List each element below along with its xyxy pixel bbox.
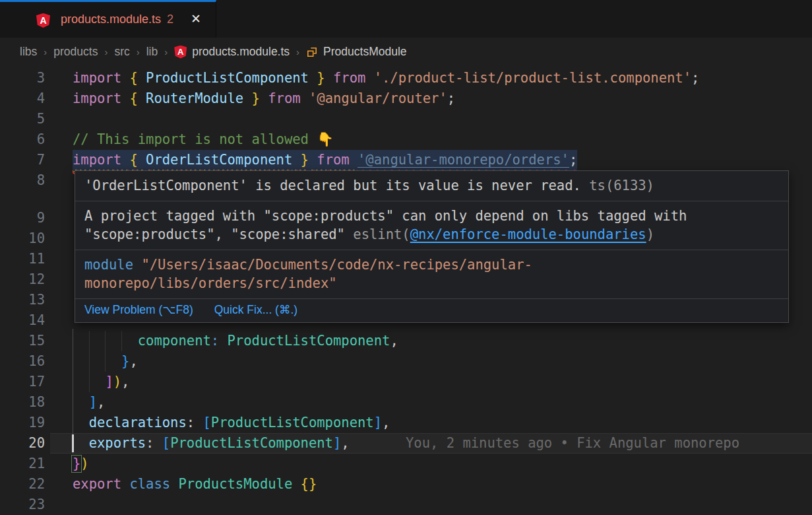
code-text: ], bbox=[73, 392, 105, 413]
hover-token: ts(6133) bbox=[581, 178, 654, 193]
class-symbol-icon bbox=[306, 46, 318, 58]
code-token: declarations bbox=[89, 415, 187, 430]
breadcrumb-symbol-label: ProductsModule bbox=[323, 45, 406, 59]
code-line-22[interactable]: 22export class ProductsModule {} bbox=[0, 474, 812, 495]
code-token bbox=[73, 394, 89, 410]
code-text: // This import is not allowed 👇 bbox=[73, 129, 334, 150]
code-token: [ bbox=[162, 435, 170, 451]
line-number[interactable]: 7 bbox=[0, 150, 45, 170]
hover-token: "scope:products", "scope:shared" bbox=[84, 226, 353, 242]
code-line-7[interactable]: 7import { OrderListComponent } from '@an… bbox=[0, 150, 812, 170]
code-token: OrderListComponent bbox=[146, 152, 292, 168]
code-token: from bbox=[260, 90, 309, 106]
line-number[interactable]: 22 bbox=[0, 474, 45, 495]
code-line-23[interactable]: 23 bbox=[0, 495, 812, 515]
code-text: import { ProductListComponent } from './… bbox=[73, 68, 699, 88]
code-text: ]), bbox=[73, 372, 129, 392]
line-number[interactable]: 19 bbox=[0, 413, 45, 433]
line-number[interactable]: 8 bbox=[0, 170, 45, 191]
code-line-3[interactable]: 3import { ProductListComponent } from '.… bbox=[0, 68, 812, 88]
line-number[interactable]: 6 bbox=[0, 129, 45, 150]
line-number[interactable]: 16 bbox=[0, 351, 45, 372]
hover-line: A project tagged with "scope:products" c… bbox=[84, 207, 779, 226]
code-token: } bbox=[243, 90, 260, 106]
code-line-16[interactable]: 16 }, bbox=[0, 351, 812, 372]
breadcrumb-item-symbol[interactable]: ProductsModule bbox=[306, 45, 406, 59]
hover-section-module-path: module "/Users/isaac/Documents/code/nx-r… bbox=[75, 250, 788, 299]
code-token: , bbox=[129, 353, 137, 369]
code-token: } bbox=[292, 152, 309, 168]
line-number[interactable]: 4 bbox=[0, 88, 45, 109]
code-line-20[interactable]: 20 exports: [ProductListComponent],You, … bbox=[0, 433, 812, 454]
code-token: : bbox=[211, 333, 219, 349]
line-number[interactable]: 20 bbox=[0, 433, 45, 454]
code-line-4[interactable]: 4import { RouterModule } from '@angular/… bbox=[0, 88, 812, 109]
code-token: import bbox=[73, 70, 129, 86]
line-number[interactable]: 23 bbox=[0, 495, 45, 515]
line-number[interactable]: 14 bbox=[0, 310, 45, 331]
code-token: '@angular-monorepo/orders' bbox=[358, 152, 569, 168]
angular-icon: A bbox=[174, 46, 187, 59]
code-token bbox=[73, 415, 89, 430]
hover-token: ) bbox=[646, 226, 654, 242]
code-token: import bbox=[73, 152, 129, 168]
code-token: './product-list/product-list.component' bbox=[374, 70, 691, 86]
code-token: , bbox=[382, 415, 390, 430]
code-token: { bbox=[129, 90, 146, 106]
breadcrumb-separator-icon: › bbox=[164, 46, 168, 57]
code-line-15[interactable]: 15 component: ProductListComponent, bbox=[0, 331, 812, 351]
code-token: {} bbox=[301, 476, 317, 492]
code-token: 👇 bbox=[317, 131, 334, 147]
bracket-match-box bbox=[71, 455, 82, 473]
hover-token: monorepo/libs/orders/src/index" bbox=[84, 275, 337, 291]
code-token: ; bbox=[569, 152, 577, 168]
hover-line: monorepo/libs/orders/src/index" bbox=[84, 274, 779, 293]
code-token bbox=[219, 333, 227, 349]
code-line-19[interactable]: 19 declarations: [ProductListComponent], bbox=[0, 413, 812, 433]
text-cursor bbox=[72, 434, 74, 452]
line-number[interactable]: 12 bbox=[0, 269, 45, 290]
code-text: declarations: [ProductListComponent], bbox=[73, 413, 390, 433]
breadcrumb-item-lib[interactable]: lib bbox=[146, 45, 158, 59]
line-number[interactable]: 21 bbox=[0, 454, 45, 474]
code-line-6[interactable]: 6// This import is not allowed 👇 bbox=[0, 129, 812, 150]
tab-bar: A products.module.ts2 ✕ bbox=[0, 0, 812, 38]
breadcrumb-item-libs[interactable]: libs bbox=[20, 45, 37, 59]
code-line-21[interactable]: 21}) bbox=[0, 454, 812, 474]
code-token: from bbox=[309, 152, 358, 168]
breadcrumb-item-file[interactable]: Aproducts.module.ts bbox=[174, 45, 290, 59]
code-token: , bbox=[341, 435, 349, 451]
line-number[interactable]: 10 bbox=[0, 228, 45, 249]
line-number[interactable]: 15 bbox=[0, 331, 45, 351]
code-token: ProductListComponent bbox=[211, 415, 374, 430]
hover-line: module "/Users/isaac/Documents/code/nx-r… bbox=[84, 256, 779, 275]
breadcrumb-item-products[interactable]: products bbox=[53, 45, 98, 59]
close-icon[interactable]: ✕ bbox=[191, 11, 201, 26]
editor[interactable]: 3import { ProductListComponent } from '.… bbox=[0, 66, 812, 515]
breadcrumb-item-src[interactable]: src bbox=[114, 45, 129, 59]
line-number[interactable]: 5 bbox=[0, 109, 45, 129]
code-text: export class ProductsModule {} bbox=[73, 474, 317, 495]
line-number[interactable]: 11 bbox=[0, 249, 45, 269]
eslint-rule-link[interactable]: @nx/enforce-module-boundaries bbox=[410, 226, 646, 242]
hover-line: "scope:products", "scope:shared" eslint(… bbox=[84, 225, 779, 244]
hover-section-diagnostic-eslint: A project tagged with "scope:products" c… bbox=[75, 201, 788, 250]
line-number[interactable]: 17 bbox=[0, 372, 45, 392]
code-line-17[interactable]: 17 ]), bbox=[0, 372, 812, 392]
line-number[interactable]: 18 bbox=[0, 392, 45, 413]
hover-token: module bbox=[84, 257, 133, 273]
code-line-18[interactable]: 18 ], bbox=[0, 392, 812, 413]
code-token: } bbox=[121, 353, 129, 369]
tab-products-module[interactable]: A products.module.ts2 ✕ bbox=[0, 0, 216, 38]
line-number[interactable]: 3 bbox=[0, 68, 45, 88]
code-token: : bbox=[146, 435, 162, 451]
line-number[interactable]: 9 bbox=[0, 208, 45, 228]
tab-error-badge: 2 bbox=[167, 13, 173, 26]
hover-status-bar: View Problem (⌥F8)Quick Fix... (⌘.) bbox=[75, 299, 788, 322]
code-line-5[interactable]: 5 bbox=[0, 109, 812, 129]
code-token bbox=[73, 374, 105, 390]
line-number[interactable]: 13 bbox=[0, 290, 45, 310]
view-problem-link[interactable]: View Problem (⌥F8) bbox=[84, 303, 193, 317]
code-token: ) bbox=[80, 456, 88, 471]
quick-fix-link[interactable]: Quick Fix... (⌘.) bbox=[214, 303, 297, 317]
